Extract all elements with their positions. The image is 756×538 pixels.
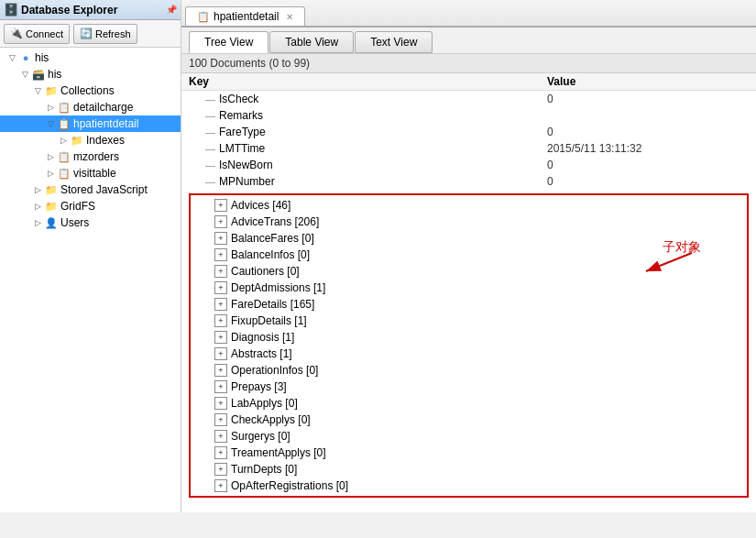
kv-dash: — — [205, 93, 215, 104]
expand-button[interactable]: + — [214, 199, 227, 212]
sub-obj-row[interactable]: + BalanceFares [0] — [191, 230, 747, 247]
sub-obj-row[interactable]: + Diagnosis [1] — [191, 329, 747, 346]
sub-obj-row[interactable]: + Surgerys [0] — [191, 428, 747, 445]
expand-root[interactable]: ▽ — [5, 51, 18, 64]
tree-item-gridfs[interactable]: ▷ 📁 GridFS — [0, 198, 181, 214]
his-db-icon: 🗃️ — [31, 67, 46, 82]
tree-label-visittable: visittable — [73, 167, 116, 180]
sub-obj-key-label: Cautioners [0] — [231, 265, 300, 278]
expand-visittable[interactable]: ▷ — [44, 167, 57, 180]
tree-label-hpatientdetail: hpatientdetail — [73, 117, 138, 130]
pin-icon[interactable]: 📌 — [166, 5, 177, 15]
tree-item-his[interactable]: ▽ 🗃️ his — [0, 66, 181, 82]
expand-storedjsjs[interactable]: ▷ — [31, 183, 44, 196]
kv-dash: — — [205, 126, 215, 137]
kv-dash: — — [205, 110, 215, 121]
sub-obj-row[interactable]: + Cautioners [0] — [191, 263, 747, 280]
tree-item-users[interactable]: ▷ 👤 Users — [0, 214, 181, 231]
sub-obj-key-label: DeptAdmissions [1] — [231, 281, 325, 294]
expand-button[interactable]: + — [214, 265, 227, 278]
sub-obj-row[interactable]: + DeptAdmissions [1] — [191, 280, 747, 296]
doc-tab-bar: 📋 hpatientdetail ✕ — [181, 0, 756, 27]
expand-button[interactable]: + — [214, 298, 227, 311]
view-tab-bar: Tree View Table View Text View — [181, 27, 756, 54]
expand-button[interactable]: + — [214, 413, 227, 426]
expand-indexes[interactable]: ▷ — [57, 134, 70, 147]
sub-obj-row[interactable]: + Prepays [3] — [191, 379, 747, 395]
sub-obj-row[interactable]: + FareDetails [165] — [191, 296, 747, 313]
tree-label-storedjsjs: Stored JavaScript — [60, 183, 148, 196]
tree-item-mzorders[interactable]: ▷ 📋 mzorders — [0, 148, 181, 165]
sub-obj-row[interactable]: + OpAfterRegistrations [0] — [191, 478, 747, 494]
storedjsjs-icon: 📁 — [44, 182, 59, 197]
tree-item-storedjsjs[interactable]: ▷ 📁 Stored JavaScript — [0, 181, 181, 198]
doc-tab-hpatientdetail[interactable]: 📋 hpatientdetail ✕ — [185, 6, 305, 26]
expand-hpatientdetail[interactable]: ▽ — [44, 117, 57, 130]
sub-obj-row[interactable]: + Advices [46] — [191, 197, 747, 214]
sub-obj-row[interactable]: + AdviceTrans [206] — [191, 214, 747, 230]
sub-obj-row[interactable]: + Abstracts [1] — [191, 346, 747, 362]
sub-obj-row[interactable]: + LabApplys [0] — [191, 395, 747, 412]
tree-item-root[interactable]: ▽ ● his — [0, 49, 181, 66]
expand-button[interactable]: + — [214, 446, 227, 459]
expand-button[interactable]: + — [214, 331, 227, 344]
sub-obj-row[interactable]: + FixupDetails [1] — [191, 313, 747, 329]
refresh-button[interactable]: 🔄 Refresh — [73, 24, 137, 44]
expand-button[interactable]: + — [214, 232, 227, 245]
sub-obj-row[interactable]: + BalanceInfos [0] — [191, 247, 747, 263]
kv-key-label: Remarks — [219, 109, 263, 122]
tree-item-detailcharge[interactable]: ▷ 📋 detailcharge — [0, 99, 181, 115]
tree-label-root: his — [35, 51, 49, 64]
expand-button[interactable]: + — [214, 215, 227, 228]
expand-collections[interactable]: ▽ — [31, 84, 44, 97]
sub-obj-row[interactable]: + CheckApplys [0] — [191, 412, 747, 428]
expand-button[interactable]: + — [214, 314, 227, 327]
sub-obj-key-label: FareDetails [165] — [231, 298, 314, 311]
expand-button[interactable]: + — [214, 281, 227, 294]
sub-obj-key-label: TurnDepts [0] — [231, 463, 297, 476]
expand-detailcharge[interactable]: ▷ — [44, 101, 57, 114]
kv-row: — IsNewBorn 0 — [181, 157, 756, 173]
sub-obj-key-label: OpAfterRegistrations [0] — [231, 479, 348, 492]
kv-row: — LMTTime 2015/5/11 13:11:32 — [181, 140, 756, 157]
doc-tab-close[interactable]: ✕ — [286, 12, 293, 22]
expand-button[interactable]: + — [214, 364, 227, 377]
expand-button[interactable]: + — [214, 397, 227, 410]
expand-button[interactable]: + — [214, 380, 227, 393]
sub-obj-key-label: TreamentApplys [0] — [231, 446, 326, 459]
users-icon: 👤 — [44, 215, 59, 230]
connect-button[interactable]: 🔌 Connect — [4, 24, 70, 44]
doc-count-bar: 100 Documents (0 to 99) — [181, 54, 756, 73]
tree-item-collections[interactable]: ▽ 📁 Collections — [0, 82, 181, 99]
sub-obj-row[interactable]: + TurnDepts [0] — [191, 461, 747, 478]
expand-button[interactable]: + — [214, 479, 227, 492]
tree-label-gridfs: GridFS — [60, 200, 95, 213]
tab-tree-view[interactable]: Tree View — [189, 31, 268, 53]
tree-label-mzorders: mzorders — [73, 150, 119, 163]
panel-title: Database Explorer — [21, 4, 117, 16]
hpatientdetail-icon: 📋 — [57, 116, 71, 131]
tab-text-view[interactable]: Text View — [355, 31, 433, 53]
expand-his[interactable]: ▽ — [18, 68, 31, 81]
expand-button[interactable]: + — [214, 347, 227, 360]
expand-button[interactable]: + — [214, 248, 227, 261]
tree-item-visittable[interactable]: ▷ 📋 visittable — [0, 165, 181, 181]
panel-header: 🗄️ Database Explorer 📌 — [0, 0, 181, 20]
kv-header: Key Value — [181, 73, 756, 91]
kv-value: 0 — [547, 126, 749, 138]
sub-obj-key-label: BalanceInfos [0] — [231, 248, 310, 261]
key-header: Key — [189, 75, 547, 88]
expand-mzorders[interactable]: ▷ — [44, 150, 57, 163]
tree-item-indexes[interactable]: ▷ 📁 Indexes — [0, 132, 181, 148]
sub-obj-row[interactable]: + OperationInfos [0] — [191, 362, 747, 379]
sub-obj-row[interactable]: + TreamentApplys [0] — [191, 445, 747, 461]
expand-button[interactable]: + — [214, 463, 227, 476]
tree-item-hpatientdetail[interactable]: ▽ 📋 hpatientdetail — [0, 115, 181, 132]
tree-label-detailcharge: detailcharge — [73, 101, 133, 114]
doc-tab-label: hpatientdetail — [214, 10, 279, 23]
expand-users[interactable]: ▷ — [31, 216, 44, 229]
kv-value: 0 — [547, 175, 749, 188]
expand-button[interactable]: + — [214, 430, 227, 443]
tab-table-view[interactable]: Table View — [269, 31, 354, 53]
expand-gridfs[interactable]: ▷ — [31, 200, 44, 213]
